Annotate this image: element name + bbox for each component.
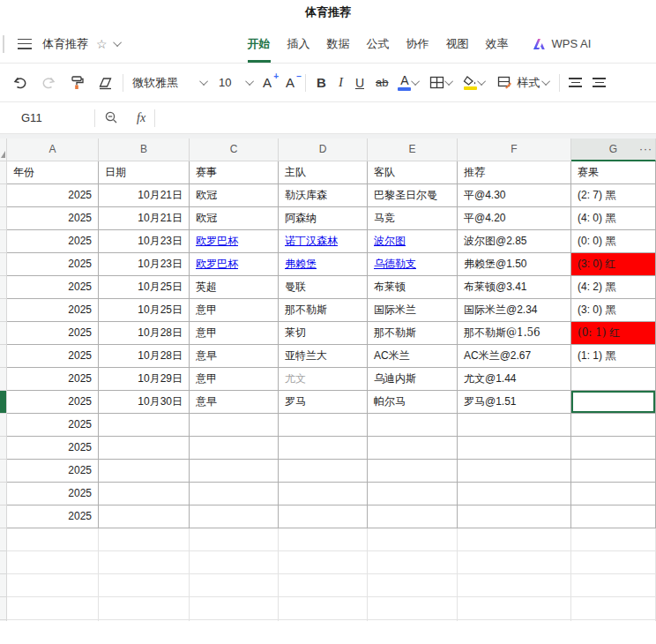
- cell-F8[interactable]: 那不勒斯@1.56: [458, 322, 571, 345]
- tab-公式[interactable]: 公式: [367, 25, 390, 63]
- cell-E5[interactable]: 乌德勒支: [368, 253, 458, 276]
- eraser-button[interactable]: [97, 76, 114, 90]
- cell-B2[interactable]: 10月21日: [99, 184, 190, 207]
- cell-E17[interactable]: [368, 528, 458, 551]
- cell-F21[interactable]: [458, 620, 571, 621]
- increase-font-button[interactable]: A+: [263, 75, 272, 90]
- cell-A16[interactable]: 2025: [7, 505, 99, 528]
- cell-A2[interactable]: 2025: [7, 184, 99, 207]
- cell-D10[interactable]: 尤文: [279, 368, 368, 391]
- cell-C8[interactable]: 意甲: [190, 322, 279, 345]
- cell-B12[interactable]: [99, 414, 190, 437]
- undo-button[interactable]: [12, 76, 28, 90]
- column-header-B[interactable]: B: [99, 139, 190, 161]
- cell-F11[interactable]: 罗马@1.51: [458, 391, 571, 414]
- cell-F5[interactable]: 弗赖堡@1.50: [458, 253, 571, 276]
- cell-C12[interactable]: [190, 414, 279, 437]
- cell-E15[interactable]: [368, 483, 458, 505]
- cell-D11[interactable]: 罗马: [279, 391, 368, 414]
- cell-C7[interactable]: 意甲: [190, 299, 279, 322]
- tab-插入[interactable]: 插入: [287, 25, 310, 63]
- cell-G18[interactable]: [571, 551, 656, 574]
- font-size-select[interactable]: 10: [219, 76, 254, 89]
- cell-A14[interactable]: 2025: [7, 460, 99, 483]
- cell-B15[interactable]: [99, 483, 190, 505]
- cell-F17[interactable]: [458, 528, 571, 551]
- cell-E13[interactable]: [368, 437, 458, 460]
- cell-C9[interactable]: 意早: [190, 345, 279, 368]
- decrease-font-button[interactable]: A−: [286, 75, 294, 90]
- cell-E4[interactable]: 波尔图: [368, 230, 458, 253]
- cell-B8[interactable]: 10月28日: [99, 322, 190, 345]
- cell-F9[interactable]: AC米兰@2.67: [458, 345, 571, 368]
- cell-G3[interactable]: (4: 0) 黑: [571, 207, 656, 230]
- cell-A5[interactable]: 2025: [7, 253, 99, 276]
- cell-D18[interactable]: [279, 551, 368, 574]
- italic-button[interactable]: I: [339, 75, 343, 90]
- tab-开始[interactable]: 开始: [248, 25, 271, 63]
- cell-D16[interactable]: [279, 505, 368, 528]
- cell-C21[interactable]: [190, 620, 279, 621]
- cell-D13[interactable]: [279, 437, 368, 460]
- cell-C13[interactable]: [190, 437, 279, 460]
- cell-F2[interactable]: 平@4.30: [458, 184, 571, 207]
- cell-E3[interactable]: 马竞: [368, 207, 458, 230]
- cell-G19[interactable]: [571, 574, 656, 597]
- chevron-down-icon[interactable]: [478, 77, 487, 86]
- select-all-corner[interactable]: [0, 139, 7, 161]
- cell-A19[interactable]: [7, 574, 99, 597]
- cell-B14[interactable]: [99, 460, 190, 483]
- cell-B9[interactable]: 10月28日: [99, 345, 190, 368]
- fill-color-button[interactable]: [463, 76, 477, 90]
- cell-B4[interactable]: 10月23日: [99, 230, 190, 253]
- insert-function-button[interactable]: fx: [137, 111, 145, 125]
- cell-D14[interactable]: [279, 460, 368, 483]
- cell-E9[interactable]: AC米兰: [368, 345, 458, 368]
- cell-C4[interactable]: 欧罗巴杯: [190, 230, 279, 253]
- cell-A9[interactable]: 2025: [7, 345, 99, 368]
- chevron-down-icon[interactable]: [113, 38, 122, 47]
- cell-D19[interactable]: [279, 574, 368, 597]
- cell-A12[interactable]: 2025: [7, 414, 99, 437]
- cell-F10[interactable]: 尤文@1.44: [458, 368, 571, 391]
- cell-B5[interactable]: 10月23日: [99, 253, 190, 276]
- column-header-A[interactable]: A: [7, 139, 99, 161]
- cell-F14[interactable]: [458, 460, 571, 483]
- cell-E10[interactable]: 乌迪内斯: [368, 368, 458, 391]
- cell-G10[interactable]: [571, 368, 656, 391]
- zoom-search-button[interactable]: [104, 110, 119, 125]
- cell-F18[interactable]: [458, 551, 571, 574]
- cell-D21[interactable]: [279, 620, 368, 621]
- tab-效率[interactable]: 效率: [486, 25, 509, 63]
- cell-style-button[interactable]: 样式: [497, 75, 540, 91]
- cell-C11[interactable]: 意早: [190, 391, 279, 414]
- align-button-clipped[interactable]: [593, 78, 606, 87]
- cell-C19[interactable]: [190, 574, 279, 597]
- cell-C17[interactable]: [190, 528, 279, 551]
- cell-A17[interactable]: [7, 528, 99, 551]
- cell-E18[interactable]: [368, 551, 458, 574]
- cell-B6[interactable]: 10月25日: [99, 276, 190, 299]
- cell-F6[interactable]: 布莱顿@3.41: [458, 276, 571, 299]
- cell-C10[interactable]: 意甲: [190, 368, 279, 391]
- cell-D15[interactable]: [279, 483, 368, 505]
- cell-C3[interactable]: 欧冠: [190, 207, 279, 230]
- cell-G11[interactable]: [571, 391, 656, 414]
- cell-F19[interactable]: [458, 574, 571, 597]
- cell-F16[interactable]: [458, 505, 571, 528]
- cell-F20[interactable]: [458, 597, 571, 620]
- cell-G17[interactable]: [571, 528, 656, 551]
- cell-C2[interactable]: 欧冠: [190, 184, 279, 207]
- star-favorite-icon[interactable]: ☆: [96, 38, 108, 50]
- tab-视图[interactable]: 视图: [446, 25, 469, 63]
- cell-A21[interactable]: [7, 620, 99, 621]
- cell-D20[interactable]: [279, 597, 368, 620]
- cell-G15[interactable]: [571, 483, 656, 505]
- cell-F3[interactable]: 平@4.20: [458, 207, 571, 230]
- chevron-down-icon[interactable]: [542, 77, 551, 86]
- cell-F12[interactable]: [458, 414, 571, 437]
- cell-C20[interactable]: [190, 597, 279, 620]
- cell-F15[interactable]: [458, 483, 571, 505]
- hidden-columns-indicator[interactable]: ···: [639, 139, 652, 161]
- cell-C1[interactable]: 赛事: [190, 161, 279, 184]
